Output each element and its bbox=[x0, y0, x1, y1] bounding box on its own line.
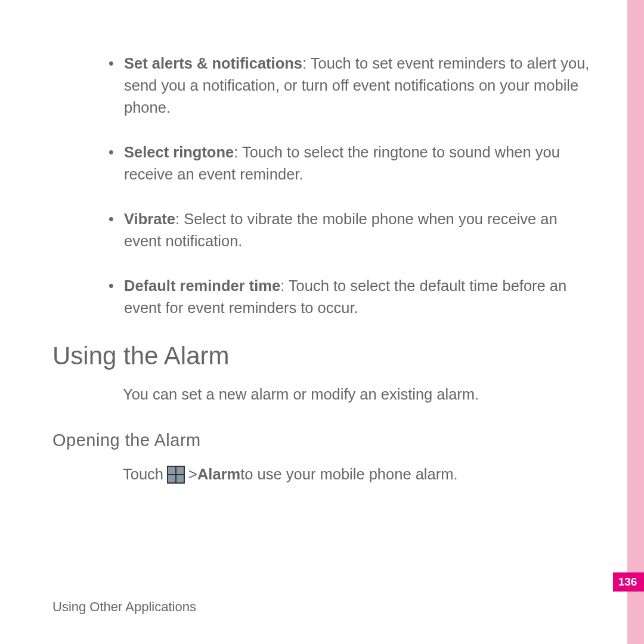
section-intro: You can set a new alarm or modify an exi… bbox=[123, 386, 595, 403]
bullet-term: Set alerts & notifications bbox=[124, 55, 302, 72]
list-item: Set alerts & notifications: Touch to set… bbox=[52, 52, 595, 119]
bullet-desc: : Select to vibrate the mobile phone whe… bbox=[124, 210, 558, 249]
sub-heading: Opening the Alarm bbox=[52, 431, 595, 450]
apps-grid-icon bbox=[167, 466, 185, 484]
instruction-pre: Touch bbox=[123, 466, 163, 483]
bullet-term: Default reminder time bbox=[124, 277, 280, 294]
list-item: Select ringtone: Touch to select the rin… bbox=[52, 141, 595, 185]
page-content: Set alerts & notifications: Touch to set… bbox=[52, 52, 595, 484]
bullet-term: Select ringtone bbox=[124, 144, 234, 160]
instruction-mid: > bbox=[188, 466, 197, 483]
list-item: Vibrate: Select to vibrate the mobile ph… bbox=[52, 208, 595, 252]
page-number: 136 bbox=[618, 575, 637, 589]
footer-chapter-title: Using Other Applications bbox=[52, 599, 196, 615]
page-number-tab: 136 bbox=[613, 572, 644, 592]
feature-bullet-list: Set alerts & notifications: Touch to set… bbox=[52, 52, 595, 319]
instruction-post: to use your mobile phone alarm. bbox=[240, 466, 457, 483]
section-heading: Using the Alarm bbox=[52, 342, 595, 370]
list-item: Default reminder time: Touch to select t… bbox=[52, 275, 595, 319]
bullet-term: Vibrate bbox=[124, 210, 175, 227]
side-accent-bar bbox=[627, 0, 644, 644]
instruction-bold: Alarm bbox=[197, 466, 240, 483]
instruction-line: Touch > Alarm to use your mobile phone a… bbox=[123, 466, 595, 484]
